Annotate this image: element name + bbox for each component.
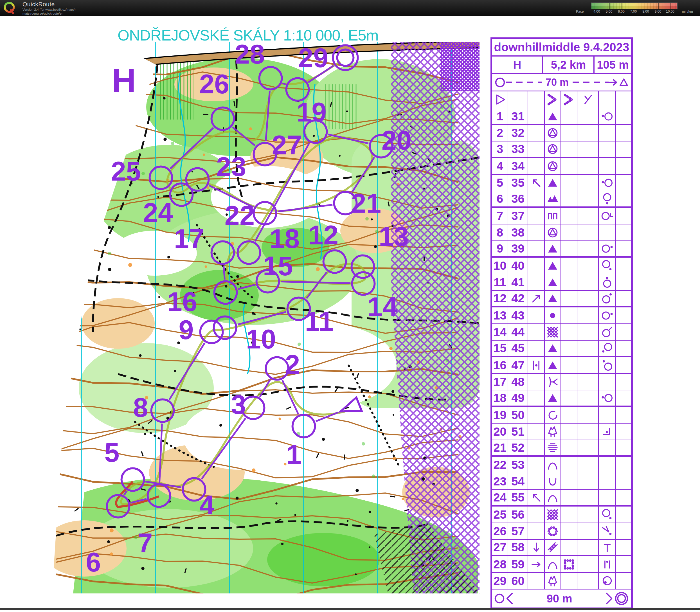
hill-icon	[546, 558, 559, 571]
col-number: 19	[492, 407, 508, 423]
col-d	[545, 125, 561, 141]
col-d	[545, 457, 561, 473]
col-c	[528, 390, 545, 406]
col-h	[616, 457, 631, 473]
col-g	[599, 423, 616, 440]
col-c	[528, 191, 545, 206]
start-distance-value: 70 m	[542, 76, 573, 88]
col-h	[616, 423, 631, 440]
col-c	[528, 175, 545, 191]
col-g	[599, 141, 616, 157]
col-c	[528, 457, 545, 473]
col-c	[528, 556, 545, 572]
col-f	[577, 457, 599, 473]
col-d	[545, 324, 561, 340]
col-d	[545, 423, 561, 440]
col-c	[528, 258, 545, 274]
col-d	[545, 374, 561, 390]
col-code: 31	[508, 108, 528, 124]
col-h	[616, 274, 631, 290]
col-number: 21	[492, 440, 508, 455]
col-f	[577, 540, 599, 555]
control-row: 2253	[492, 457, 631, 473]
col-h	[616, 141, 631, 157]
col-number: 4	[492, 158, 508, 174]
col-g	[599, 258, 616, 274]
col-e	[561, 291, 577, 306]
terrain-layer	[42, 42, 479, 603]
col-h	[616, 191, 631, 206]
col-d	[545, 390, 561, 406]
legend-tick-label: 10:00	[666, 10, 674, 14]
circle-slash-icon	[601, 326, 614, 339]
stony-ground-icon	[546, 326, 559, 339]
col-number: 12	[492, 291, 508, 306]
col-code: 34	[508, 158, 528, 174]
legend-tick	[646, 3, 646, 9]
col-code: 54	[508, 473, 528, 489]
col-d	[545, 158, 561, 174]
col-number: 11	[492, 274, 508, 290]
col-f	[577, 307, 599, 323]
control-row: 1647	[492, 357, 631, 374]
col-c	[528, 274, 545, 290]
control-row: 333	[492, 141, 631, 158]
control-row: 2556	[492, 506, 631, 523]
arc-open-icon	[546, 409, 559, 421]
control-number-label: 24	[143, 197, 173, 227]
circle-dot-left-icon	[601, 391, 614, 404]
col-c	[528, 540, 545, 555]
col-f	[577, 440, 599, 455]
control-number-label: 11	[305, 306, 333, 336]
control-row: 1444	[492, 324, 631, 340]
app-titlebar: QuickRoute Version 2.4 (for www.bestik.c…	[0, 0, 700, 16]
col-number: 28	[492, 556, 508, 572]
col-number: 9	[492, 241, 508, 256]
pace-gradient-bar	[591, 2, 677, 9]
boulder-icon	[546, 110, 559, 123]
col-code: 57	[508, 523, 528, 539]
last-control-circle-icon	[494, 592, 505, 605]
col-c	[528, 224, 545, 240]
col-d	[545, 108, 561, 124]
col-e	[561, 573, 577, 589]
col-h	[616, 407, 631, 423]
col-g	[599, 208, 616, 224]
col-e	[561, 175, 577, 191]
col-d	[545, 92, 561, 108]
control-row: 939	[492, 241, 631, 258]
col-d	[545, 357, 561, 373]
col-d	[545, 523, 561, 539]
col-number: 8	[492, 224, 508, 240]
col-d	[545, 258, 561, 274]
control-row: 2455	[492, 490, 631, 506]
control-row	[492, 92, 631, 108]
circle-dot-below-icon	[601, 192, 614, 205]
col-code: 48	[508, 374, 528, 390]
dotted-chevron-icon	[562, 93, 575, 106]
col-h	[616, 556, 631, 572]
legend-pace-label: Pace	[576, 10, 584, 14]
circle-dot-left-icon	[601, 110, 614, 123]
col-d	[545, 224, 561, 240]
knoll-icon	[546, 309, 559, 322]
col-code: 58	[508, 540, 528, 555]
control-card: downhillmiddle 9.4.2023 H 5,2 km 105 m 7…	[490, 38, 633, 609]
col-c	[528, 506, 545, 523]
col-g	[599, 390, 616, 406]
col-code: 32	[508, 125, 528, 141]
col-number: 15	[492, 340, 508, 356]
col-e	[561, 540, 577, 555]
col-e	[561, 307, 577, 323]
col-code: 43	[508, 307, 528, 323]
col-code: 45	[508, 340, 528, 356]
col-g	[599, 374, 616, 390]
col-c	[528, 324, 545, 340]
col-e	[561, 191, 577, 206]
control-number-label: 12	[309, 220, 339, 250]
arrow-ne-icon	[530, 292, 543, 305]
col-f	[577, 92, 599, 108]
circle-dot-bottom-right-icon	[601, 508, 614, 521]
col-e	[561, 423, 577, 440]
map-issue-circle-icon	[494, 77, 506, 88]
